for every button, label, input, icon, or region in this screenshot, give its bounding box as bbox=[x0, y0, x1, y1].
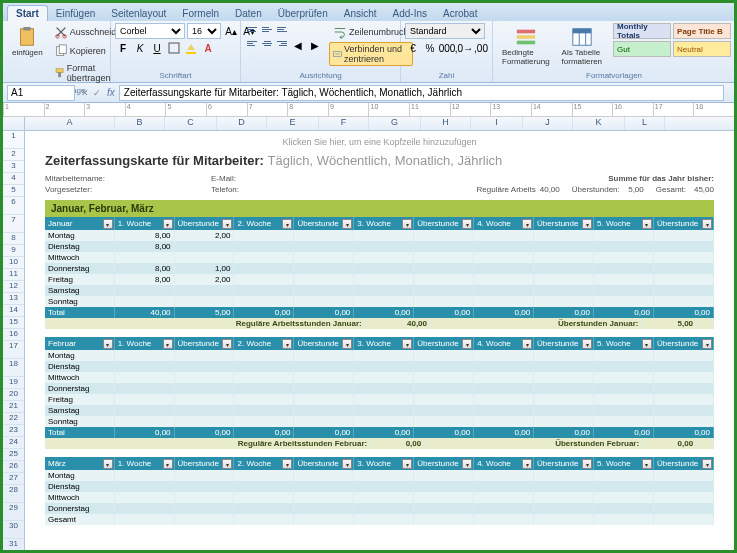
underline-button[interactable]: U bbox=[149, 40, 165, 56]
table-header[interactable]: 5. Woche▾ bbox=[594, 457, 654, 470]
table-header[interactable]: Überstunde▾ bbox=[653, 337, 713, 350]
tab-acrobat[interactable]: Acrobat bbox=[435, 6, 485, 21]
row-header-2[interactable]: 2 bbox=[3, 149, 24, 161]
col-header-J[interactable]: J bbox=[523, 117, 573, 130]
table-header[interactable]: Überstunde▾ bbox=[534, 457, 594, 470]
row-header-8[interactable]: 8 bbox=[3, 233, 24, 245]
row-header-28[interactable]: 28 bbox=[3, 485, 24, 503]
wrap-text-button[interactable]: Zeilenumbruch bbox=[329, 23, 413, 41]
font-size-select[interactable]: 16 bbox=[187, 23, 221, 39]
filter-dropdown-icon[interactable]: ▾ bbox=[103, 459, 113, 469]
table-header[interactable]: 1. Woche▾ bbox=[114, 337, 174, 350]
align-bottom-button[interactable] bbox=[275, 23, 289, 35]
table-header[interactable]: 3. Woche▾ bbox=[354, 217, 414, 230]
filter-dropdown-icon[interactable]: ▾ bbox=[282, 219, 292, 229]
cell-style-pagetitle[interactable]: Page Title B bbox=[673, 23, 731, 39]
filter-dropdown-icon[interactable]: ▾ bbox=[642, 219, 652, 229]
row-header-1[interactable]: 1 bbox=[3, 131, 24, 149]
name-box[interactable] bbox=[7, 85, 75, 101]
table-header[interactable]: Überstunde▾ bbox=[653, 457, 713, 470]
col-header-A[interactable]: A bbox=[25, 117, 115, 130]
filter-dropdown-icon[interactable]: ▾ bbox=[582, 339, 592, 349]
row-header-22[interactable]: 22 bbox=[3, 413, 24, 425]
formula-bar[interactable] bbox=[119, 85, 724, 101]
col-header-E[interactable]: E bbox=[267, 117, 319, 130]
row-header-23[interactable]: 23 bbox=[3, 425, 24, 437]
table-header[interactable]: 3. Woche▾ bbox=[354, 337, 414, 350]
row-header-24[interactable]: 24 bbox=[3, 437, 24, 449]
table-header[interactable]: März▾ bbox=[45, 457, 114, 470]
table-header[interactable]: Januar▾ bbox=[45, 217, 114, 230]
col-header-G[interactable]: G bbox=[369, 117, 421, 130]
table-header[interactable]: 4. Woche▾ bbox=[474, 217, 534, 230]
row-header-6[interactable]: 6 bbox=[3, 197, 24, 215]
cell-style-monthly[interactable]: Monthly Totals bbox=[613, 23, 671, 39]
tab-start[interactable]: Start bbox=[7, 5, 48, 21]
row-header-30[interactable]: 30 bbox=[3, 521, 24, 539]
filter-dropdown-icon[interactable]: ▾ bbox=[282, 459, 292, 469]
row-header-7[interactable]: 7 bbox=[3, 215, 24, 233]
increase-decimal-button[interactable]: ,0→ bbox=[456, 40, 472, 56]
row-header-20[interactable]: 20 bbox=[3, 389, 24, 401]
enter-icon[interactable]: ✓ bbox=[91, 88, 103, 98]
row-header-14[interactable]: 14 bbox=[3, 305, 24, 317]
col-header-F[interactable]: F bbox=[319, 117, 369, 130]
row-header-17[interactable]: 17 bbox=[3, 341, 24, 359]
tab-überprüfen[interactable]: Überprüfen bbox=[270, 6, 336, 21]
increase-indent-button[interactable]: ▶ bbox=[307, 37, 323, 53]
tab-daten[interactable]: Daten bbox=[227, 6, 270, 21]
table-header[interactable]: 5. Woche▾ bbox=[594, 217, 654, 230]
align-top-button[interactable] bbox=[245, 23, 259, 35]
filter-dropdown-icon[interactable]: ▾ bbox=[522, 459, 532, 469]
align-right-button[interactable] bbox=[275, 37, 289, 49]
cancel-icon[interactable]: ✕ bbox=[79, 88, 91, 98]
paste-button[interactable]: einfügen bbox=[7, 23, 48, 60]
table-header[interactable]: 1. Woche▾ bbox=[114, 457, 174, 470]
filter-dropdown-icon[interactable]: ▾ bbox=[522, 219, 532, 229]
col-header-H[interactable]: H bbox=[421, 117, 471, 130]
col-header-B[interactable]: B bbox=[115, 117, 165, 130]
row-header-9[interactable]: 9 bbox=[3, 245, 24, 257]
row-header-13[interactable]: 13 bbox=[3, 293, 24, 305]
row-header-15[interactable]: 15 bbox=[3, 317, 24, 329]
table-header[interactable]: Überstunde▾ bbox=[174, 457, 234, 470]
comma-button[interactable]: 000 bbox=[439, 40, 455, 56]
bold-button[interactable]: F bbox=[115, 40, 131, 56]
table-header[interactable]: Überstunde▾ bbox=[294, 337, 354, 350]
filter-dropdown-icon[interactable]: ▾ bbox=[642, 339, 652, 349]
filter-dropdown-icon[interactable]: ▾ bbox=[342, 459, 352, 469]
table-header[interactable]: Februar▾ bbox=[45, 337, 114, 350]
cell-style-gut[interactable]: Gut bbox=[613, 41, 671, 57]
filter-dropdown-icon[interactable]: ▾ bbox=[582, 459, 592, 469]
conditional-formatting-button[interactable]: Bedingte Formatierung bbox=[497, 23, 555, 69]
row-header-18[interactable]: 18 bbox=[3, 359, 24, 377]
tab-seitenlayout[interactable]: Seitenlayout bbox=[103, 6, 174, 21]
worksheet-area[interactable]: Klicken Sie hier, um eine Kopfzeile hinz… bbox=[25, 131, 734, 550]
currency-button[interactable]: € bbox=[405, 40, 421, 56]
font-color-button[interactable]: A bbox=[200, 40, 216, 56]
filter-dropdown-icon[interactable]: ▾ bbox=[402, 339, 412, 349]
row-header-19[interactable]: 19 bbox=[3, 377, 24, 389]
col-header-L[interactable]: L bbox=[625, 117, 665, 130]
align-center-button[interactable] bbox=[260, 37, 274, 49]
row-header-26[interactable]: 26 bbox=[3, 461, 24, 473]
table-header[interactable]: 1. Woche▾ bbox=[114, 217, 174, 230]
table-header[interactable]: 2. Woche▾ bbox=[234, 457, 294, 470]
filter-dropdown-icon[interactable]: ▾ bbox=[163, 459, 173, 469]
filter-dropdown-icon[interactable]: ▾ bbox=[222, 219, 232, 229]
row-header-5[interactable]: 5 bbox=[3, 185, 24, 197]
fx-icon[interactable]: fx bbox=[103, 87, 119, 98]
table-header[interactable]: 4. Woche▾ bbox=[474, 457, 534, 470]
decrease-decimal-button[interactable]: ,00 bbox=[473, 40, 489, 56]
align-middle-button[interactable] bbox=[260, 23, 274, 35]
row-header-10[interactable]: 10 bbox=[3, 257, 24, 269]
align-left-button[interactable] bbox=[245, 37, 259, 49]
row-header-29[interactable]: 29 bbox=[3, 503, 24, 521]
row-header-3[interactable]: 3 bbox=[3, 161, 24, 173]
row-header-12[interactable]: 12 bbox=[3, 281, 24, 293]
col-header-C[interactable]: C bbox=[165, 117, 217, 130]
cell-style-neutral[interactable]: Neutral bbox=[673, 41, 731, 57]
border-button[interactable] bbox=[166, 40, 182, 56]
filter-dropdown-icon[interactable]: ▾ bbox=[163, 339, 173, 349]
filter-dropdown-icon[interactable]: ▾ bbox=[103, 339, 113, 349]
